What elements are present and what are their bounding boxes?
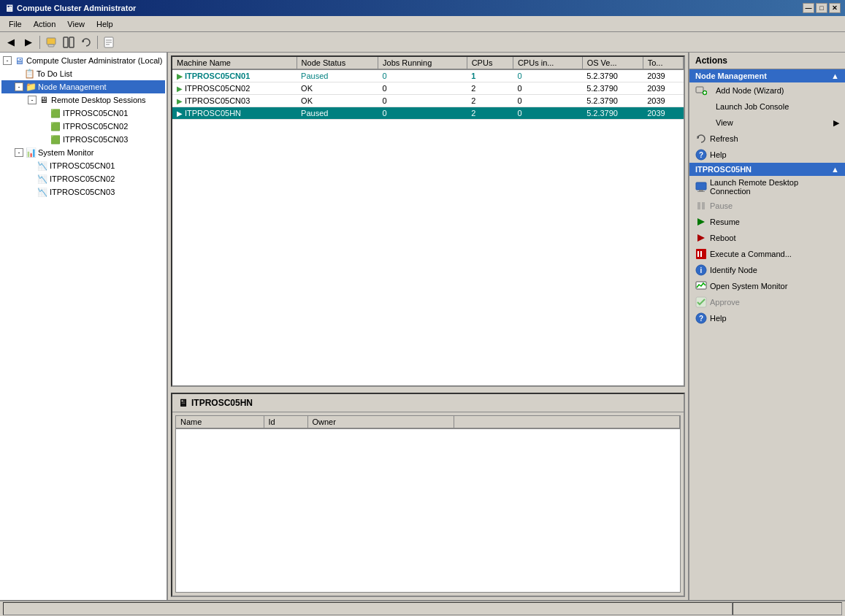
expand-root[interactable]: -	[3, 56, 12, 65]
col-jobs-running[interactable]: Jobs Running	[378, 57, 467, 69]
action-launch-job-console[interactable]: Launch Job Console	[689, 99, 845, 115]
back-button[interactable]: ◀	[3, 34, 19, 50]
help-icon: ?	[695, 149, 707, 161]
up-button[interactable]	[43, 34, 59, 50]
cell-machine-name: ▶ ITPROSC05CN01	[172, 69, 297, 82]
col-node-status[interactable]: Node Status	[297, 57, 378, 69]
tree-item-sm-cn01[interactable]: 📉 ITPROSC05CN01	[1, 159, 165, 172]
svg-rect-2	[64, 37, 68, 47]
table-row[interactable]: ▶ ITPROSC05CN01 Paused 0 1 0 5.2.3790 20…	[172, 69, 684, 82]
refresh-icon	[695, 133, 707, 145]
action-identify-node[interactable]: i Identify Node	[689, 262, 845, 278]
node-table: Machine Name Node Status Jobs Running CP…	[172, 57, 684, 120]
svg-rect-16	[696, 182, 706, 190]
tree-item-root[interactable]: - 🖥 Compute Cluster Administrator (Local…	[1, 54, 165, 67]
toolbar-separator-1	[39, 36, 40, 49]
cell-machine-name: ▶ ITPROSC05CN03	[172, 95, 297, 107]
svg-rect-19	[697, 202, 700, 209]
node-table-area: Machine Name Node Status Jobs Running CP…	[171, 55, 685, 387]
rds-cn01-icon: 🟩	[50, 107, 61, 119]
tree-label-rds: Remote Desktop Sessions	[51, 96, 146, 104]
detail-col-name[interactable]: Name	[176, 416, 264, 428]
tree-item-rds-cn03[interactable]: 🟩 ITPROSC05CN03	[1, 133, 165, 146]
cell-os: 5.2.3790	[582, 95, 643, 107]
action-add-node[interactable]: Add Node (Wizard)	[689, 82, 845, 99]
action-view[interactable]: View ▶	[689, 115, 845, 131]
refresh-button[interactable]	[78, 34, 94, 50]
section-itprosc05hn[interactable]: ITPROSC05HN ▲	[689, 163, 845, 176]
svg-rect-20	[702, 202, 705, 209]
action-view-label: View	[710, 118, 733, 127]
action-open-sysmon[interactable]: Open System Monitor	[689, 278, 845, 294]
action-help-hn[interactable]: ? Help	[689, 310, 845, 326]
app-icon: 🖥	[4, 3, 14, 14]
section-node-management[interactable]: Node Management ▲	[689, 69, 845, 82]
maximize-button[interactable]: □	[816, 3, 827, 13]
menu-view[interactable]: View	[61, 18, 91, 30]
action-help-nodemgmt[interactable]: ? Help	[689, 147, 845, 163]
tree-item-nodemgmt[interactable]: - 📁 Node Management	[1, 80, 165, 93]
tree-panel: - 🖥 Compute Cluster Administrator (Local…	[0, 53, 168, 600]
actions-panel: Actions Node Management ▲ Add Node (Wiza…	[688, 53, 845, 600]
tree-item-todo[interactable]: 📋 To Do List	[1, 67, 165, 80]
menu-action[interactable]: Action	[28, 18, 62, 30]
tree-label-sm-cn01: ITPROSC05CN01	[50, 161, 115, 170]
menu-help[interactable]: Help	[91, 18, 119, 30]
action-approve[interactable]: Approve	[689, 294, 845, 310]
rds-cn03-icon: 🟩	[50, 134, 61, 145]
status-text	[3, 602, 733, 615]
action-resume[interactable]: Resume	[689, 214, 845, 230]
action-execute-command[interactable]: Execute a Command...	[689, 246, 845, 262]
cell-cpus: 2	[467, 82, 513, 95]
detail-col-owner[interactable]: Owner	[307, 416, 454, 428]
tree-item-rds-cn02[interactable]: 🟩 ITPROSC05CN02	[1, 120, 165, 133]
tree-item-rds[interactable]: - 🖥 Remote Desktop Sessions	[1, 93, 165, 107]
expand-sysmon[interactable]: -	[15, 148, 23, 157]
tree-item-sm-cn03[interactable]: 📉 ITPROSC05CN03	[1, 185, 165, 199]
expand-rds[interactable]: -	[28, 96, 37, 104]
svg-rect-3	[69, 37, 74, 47]
node-icon-hn: ▶	[177, 109, 183, 118]
properties-button[interactable]	[101, 34, 117, 50]
table-row[interactable]: ▶ ITPROSC05CN03 OK 0 2 0 5.2.3790 2039	[172, 95, 684, 107]
action-reboot[interactable]: Reboot	[689, 230, 845, 246]
col-cpus[interactable]: CPUs	[467, 57, 513, 69]
title-bar-controls[interactable]: — □ ✕	[803, 3, 841, 13]
action-refresh-label: Refresh	[710, 134, 738, 143]
detail-col-id[interactable]: Id	[264, 416, 307, 428]
section-collapse-icon: ▲	[831, 72, 839, 80]
root-icon: 🖥	[13, 55, 25, 66]
action-rdc[interactable]: Launch Remote Desktop Connection	[689, 176, 845, 198]
expand-nodemgmt[interactable]: -	[15, 82, 23, 91]
tree-item-rds-cn01[interactable]: 🟩 ITPROSC05CN01	[1, 107, 165, 120]
table-row-selected[interactable]: ▶ ITPROSC05HN Paused 0 2 0 5.2.3790 2039	[172, 107, 684, 120]
tree-item-sysmon[interactable]: - 📊 System Monitor	[1, 146, 165, 159]
cell-machine-name: ▶ ITPROSC05HN	[172, 107, 297, 120]
minimize-button[interactable]: —	[803, 3, 814, 13]
todo-icon: 📋	[23, 68, 35, 80]
table-row[interactable]: ▶ ITPROSC05CN02 OK 0 2 0 5.2.3790 2039	[172, 82, 684, 95]
action-refresh[interactable]: Refresh	[689, 131, 845, 147]
action-sysmon-label: Open System Monitor	[710, 282, 787, 290]
close-button[interactable]: ✕	[829, 3, 841, 13]
rds-cn02-icon: 🟩	[50, 120, 61, 132]
action-pause[interactable]: Pause	[689, 198, 845, 214]
cell-cpus: 1	[467, 69, 513, 82]
action-identify-label: Identify Node	[710, 266, 757, 274]
tree-item-sm-cn02[interactable]: 📉 ITPROSC05CN02	[1, 172, 165, 185]
menu-file[interactable]: File	[3, 18, 28, 30]
node-icon-cn02: ▶	[177, 85, 183, 93]
center-panel: Machine Name Node Status Jobs Running CP…	[168, 53, 688, 600]
col-machine-name[interactable]: Machine Name	[172, 57, 297, 69]
add-node-icon	[695, 85, 707, 96]
detail-col-extra[interactable]	[454, 416, 680, 428]
action-rdc-label: Launch Remote Desktop Connection	[710, 178, 839, 196]
col-cpus-in[interactable]: CPUs in...	[513, 57, 582, 69]
forward-button[interactable]: ▶	[20, 34, 37, 50]
col-os-ver[interactable]: OS Ve...	[582, 57, 643, 69]
split-button[interactable]	[61, 34, 77, 50]
main-area: - 🖥 Compute Cluster Administrator (Local…	[0, 53, 845, 600]
tree-label-nodemgmt: Node Management	[38, 82, 107, 91]
col-to[interactable]: To...	[643, 57, 683, 69]
tree-label-todo: To Do List	[37, 69, 72, 78]
